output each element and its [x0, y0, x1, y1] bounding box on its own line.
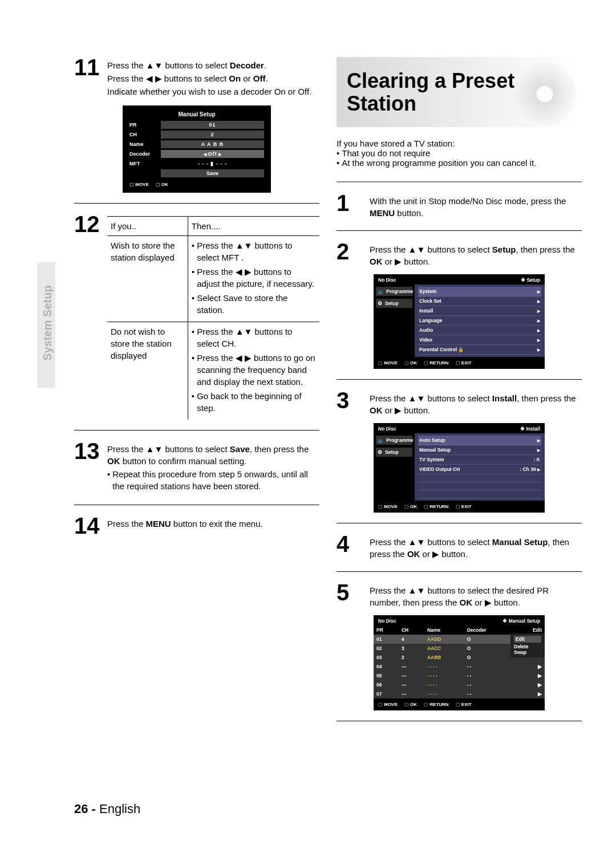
- step-body: With the unit in Stop mode/No Disc mode,…: [370, 193, 582, 220]
- t: MOVE: [378, 702, 398, 707]
- t: , then press the: [250, 444, 309, 454]
- osd-title: Manual Setup: [129, 111, 264, 117]
- t: Press the ◀ ▶ buttons to adjust the pict…: [197, 266, 316, 290]
- t: Setup: [492, 245, 516, 254]
- t: RETURN: [424, 504, 449, 509]
- menu-item: VIDEO Output CH: [419, 466, 460, 472]
- osd-nodisc: No Disc: [378, 426, 396, 432]
- page-footer: 26 - English: [74, 802, 140, 816]
- gear-icon: [378, 449, 383, 455]
- t: Setup: [385, 449, 399, 455]
- th: CH: [399, 625, 424, 635]
- cell: - -: [464, 680, 515, 689]
- osd-label: Name: [129, 141, 161, 147]
- cell: ---: [399, 680, 424, 689]
- t: button to confirm manual setting.: [120, 456, 247, 466]
- t: OK: [407, 549, 420, 559]
- cell: ---: [399, 662, 424, 671]
- separator: [337, 523, 582, 523]
- step-number: 14: [74, 515, 102, 536]
- t: button to exit the menu.: [171, 519, 263, 529]
- step-1: 1 With the unit in Stop mode/No Disc mod…: [337, 193, 582, 220]
- cell: ---: [399, 671, 424, 680]
- step-11: 11 Press the ▲▼ buttons to select Decode…: [74, 57, 319, 99]
- t: RETURN: [424, 702, 449, 707]
- cell: Press the ▲▼ buttons to select CH. Press…: [188, 322, 319, 420]
- separator: [337, 230, 582, 231]
- t: MENU: [146, 519, 171, 529]
- osd-crumb: Install: [520, 426, 540, 432]
- step-body: Press the ▲▼ buttons to select Manual Se…: [370, 534, 582, 561]
- title-block: Clearing a Preset Station: [337, 57, 582, 127]
- osd-crumb: Setup: [521, 277, 540, 283]
- popup-delete: Delete: [514, 644, 541, 649]
- menu-item: Install: [419, 308, 433, 314]
- step-4: 4 Press the ▲▼ buttons to select Manual …: [337, 534, 582, 561]
- osd-install: No Disc Install Programme Setup Auto Set…: [374, 423, 545, 513]
- cell: AADD: [424, 635, 464, 644]
- osd-manual-setup-table: No Disc Manual Setup PR CH Name Decoder …: [374, 615, 545, 710]
- step-2: 2 Press the ▲▼ buttons to select Setup, …: [337, 241, 582, 269]
- step-number: 5: [337, 582, 364, 610]
- t: Setup: [385, 300, 399, 306]
- t: OK: [404, 360, 417, 365]
- osd-save: Save: [161, 169, 264, 177]
- t: Press the: [107, 519, 146, 529]
- chevron-right-icon: [537, 298, 540, 304]
- t: Press the: [107, 74, 146, 83]
- separator: [337, 181, 582, 182]
- t: Press the ▲▼ buttons to select: [370, 245, 492, 254]
- leftright-icon: ◀ ▶: [146, 74, 162, 83]
- t: .: [265, 74, 268, 83]
- osd-value: 2: [161, 131, 264, 139]
- cell: Edit Delete Swap: [514, 635, 545, 644]
- osd-value: - - - ▮ - - -: [161, 160, 264, 168]
- cell: 04: [374, 662, 399, 671]
- th-if: If you..: [107, 217, 188, 236]
- t: Select Save to store the station.: [197, 292, 316, 316]
- chevron-right-icon: [537, 466, 540, 472]
- menu-item: Clock Set: [419, 298, 441, 304]
- osd-manual-setup: Manual Setup PR01 CH2 NameA A B B Decode…: [123, 105, 271, 193]
- th-then: Then....: [188, 217, 319, 236]
- osd-foot-move: MOVE: [129, 182, 149, 187]
- osd-value: 01: [161, 121, 264, 129]
- chevron-right-icon: [537, 327, 540, 333]
- page-number: 26 -: [74, 802, 96, 816]
- chevron-right-icon: [537, 308, 540, 314]
- chevron-right-icon: [537, 318, 540, 323]
- page: 11 Press the ▲▼ buttons to select Decode…: [0, 0, 616, 845]
- t: or ▶ button.: [472, 598, 520, 607]
- t: RETURN: [424, 360, 449, 365]
- t: Press the ▲▼ buttons to select: [370, 393, 492, 403]
- t: , then press the: [516, 245, 574, 254]
- tv-icon: [378, 289, 384, 294]
- t: or ▶ button.: [383, 257, 431, 266]
- cell: 02: [374, 644, 399, 653]
- t: Programme: [386, 437, 413, 443]
- osd-value-selected: Off: [161, 150, 264, 158]
- t: : Ch 36: [520, 466, 536, 472]
- t: or ▶ button.: [420, 549, 468, 559]
- t: Repeat this procedure from step 5 onward…: [112, 468, 319, 492]
- separator: [74, 430, 319, 430]
- t: With the unit in Stop mode/No Disc mode,…: [370, 196, 566, 206]
- t: or: [241, 74, 253, 83]
- t: EXIT: [456, 360, 472, 365]
- cell: Press the ▲▼ buttons to select MFT . Pre…: [188, 236, 319, 322]
- osd-label: PR: [129, 122, 161, 128]
- menu-item: Manual Setup: [419, 447, 451, 453]
- osd-label: CH: [129, 132, 161, 137]
- cell: 4: [399, 635, 424, 644]
- lock-icon: [457, 347, 464, 352]
- t: MOVE: [378, 504, 398, 509]
- th: PR: [374, 625, 399, 635]
- t: button.: [395, 208, 423, 218]
- updown-icon: ▲▼: [146, 60, 163, 70]
- cell: O: [464, 635, 515, 644]
- if-then-table: If you.. Then.... Wish to store the stat…: [107, 216, 319, 420]
- t: OK: [404, 504, 417, 509]
- separator: [74, 203, 319, 204]
- t: That you do not require: [342, 148, 430, 158]
- step-14: 14 Press the MENU button to exit the men…: [74, 515, 319, 536]
